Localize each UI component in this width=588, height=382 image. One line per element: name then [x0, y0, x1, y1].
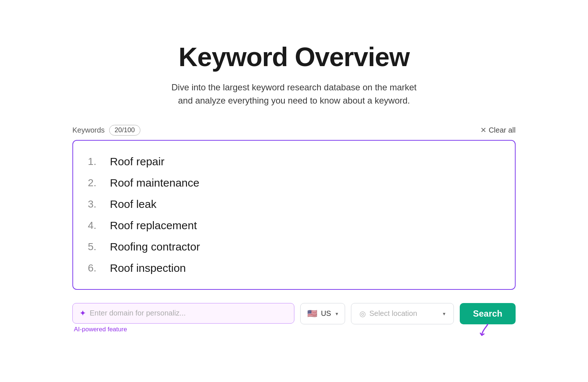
keywords-label: Keywords — [72, 126, 105, 134]
list-item: 2. Roof maintenance — [88, 172, 500, 194]
country-selector[interactable]: 🇺🇸 US ▾ — [300, 303, 345, 324]
item-number: 4. — [88, 220, 110, 231]
item-number: 6. — [88, 262, 110, 274]
keyword-text: Roof inspection — [110, 262, 186, 274]
location-pin-icon: ◎ — [359, 309, 366, 318]
flag-icon: 🇺🇸 — [307, 309, 317, 318]
keywords-box: 1. Roof repair 2. Roof maintenance 3. Ro… — [72, 140, 516, 290]
close-icon: ✕ — [480, 126, 487, 134]
chevron-down-icon: ▾ — [336, 311, 338, 317]
bottom-bar: ✦ AI-powered feature 🇺🇸 US ▾ ◎ Select lo… — [72, 303, 516, 333]
item-number: 5. — [88, 241, 110, 253]
location-placeholder: Select location — [369, 309, 438, 318]
item-number: 1. — [88, 156, 110, 167]
domain-input[interactable] — [90, 309, 287, 317]
page-container: Keyword Overview Dive into the largest k… — [43, 20, 545, 363]
domain-input-wrapper: ✦ AI-powered feature — [72, 303, 294, 333]
search-button-wrapper: Search — [460, 303, 516, 324]
arrow-indicator — [479, 321, 496, 340]
page-subtitle: Dive into the largest keyword research d… — [171, 81, 416, 107]
country-code: US — [321, 309, 331, 318]
list-item: 1. Roof repair — [88, 151, 500, 172]
list-item: 6. Roof inspection — [88, 257, 500, 279]
list-item: 4. Roof replacement — [88, 215, 500, 236]
list-item: 5. Roofing contractor — [88, 236, 500, 257]
clear-all-button[interactable]: ✕ Clear all — [480, 126, 516, 134]
keywords-label-group: Keywords 20/100 — [72, 125, 140, 136]
page-title: Keyword Overview — [179, 42, 409, 72]
keyword-text: Roofing contractor — [110, 241, 200, 253]
domain-input-container: ✦ — [72, 303, 294, 324]
keywords-header: Keywords 20/100 ✕ Clear all — [72, 125, 516, 136]
keyword-text: Roof maintenance — [110, 177, 200, 189]
keywords-list: 1. Roof repair 2. Roof maintenance 3. Ro… — [88, 151, 500, 279]
item-number: 3. — [88, 198, 110, 210]
list-item: 3. Roof leak — [88, 194, 500, 215]
clear-all-label: Clear all — [489, 126, 516, 134]
keyword-text: Roof leak — [110, 198, 157, 210]
location-selector[interactable]: ◎ Select location ▾ — [351, 303, 454, 324]
item-number: 2. — [88, 177, 110, 189]
keywords-count-badge: 20/100 — [109, 125, 140, 136]
keyword-text: Roof replacement — [110, 219, 197, 232]
keyword-text: Roof repair — [110, 155, 164, 168]
chevron-down-icon: ▾ — [443, 311, 445, 317]
ai-powered-label: AI-powered feature — [72, 326, 294, 333]
sparkle-icon: ✦ — [79, 309, 86, 318]
